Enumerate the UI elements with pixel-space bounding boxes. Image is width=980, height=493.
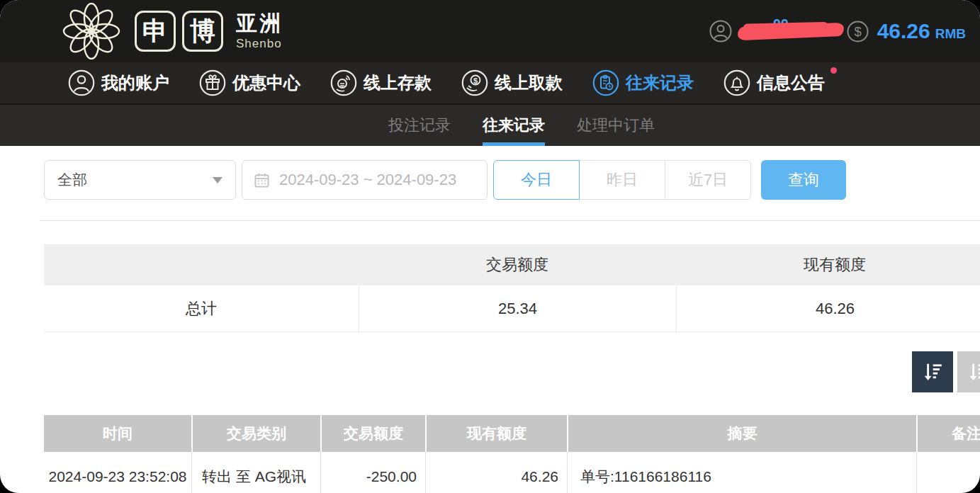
- transaction-record-icon: [592, 69, 619, 96]
- summary-trade-amount-value: 25.34: [359, 285, 676, 332]
- nav-item-label: 线上取款: [495, 72, 563, 94]
- bell-icon: [723, 69, 750, 96]
- quick-range-group: 今日 昨日 近7日: [493, 160, 751, 200]
- nav-item-label: 优惠中心: [232, 72, 300, 94]
- sub-nav: 投注记录 往来记录 处理中订单: [0, 105, 980, 146]
- records-table-header: 时间 交易类别 交易额度 现有额度 摘要 备注: [44, 415, 980, 452]
- brand-subtitle: Shenbo: [236, 38, 283, 50]
- brand-name-boxes: 申 博: [135, 11, 223, 52]
- tab-transaction-records[interactable]: 往来记录: [483, 105, 545, 146]
- records-table: 时间 交易类别 交易额度 现有额度 摘要 备注 2024-09-23 23:52…: [44, 415, 980, 493]
- flower-logo-icon: [61, 3, 122, 60]
- sort-amount-desc-icon: [920, 360, 945, 384]
- summary-table-row: 总计 25.34 46.26: [44, 285, 980, 332]
- nav-item-label: 我的账户: [101, 72, 169, 94]
- quick-range-last7days[interactable]: 近7日: [665, 160, 751, 200]
- app-window: 申 博 亚洲 Shenbo 00 $ 46.26 RMB: [0, 0, 980, 493]
- nav-item-label: 信息公告: [757, 72, 825, 94]
- date-range-input[interactable]: 2024-09-23 ~ 2024-09-23: [242, 160, 488, 200]
- masked-username[interactable]: 00: [736, 16, 847, 46]
- record-note: [916, 452, 980, 493]
- svg-text:$: $: [854, 24, 861, 39]
- chevron-down-icon: [213, 177, 223, 183]
- top-header: 申 博 亚洲 Shenbo 00 $ 46.26 RMB: [0, 0, 980, 62]
- user-circle-icon[interactable]: [709, 20, 732, 42]
- calendar-icon: [254, 172, 270, 188]
- balance-currency: RMB: [935, 21, 966, 42]
- quick-range-yesterday[interactable]: 昨日: [579, 160, 665, 200]
- records-header-time: 时间: [44, 415, 191, 452]
- quick-range-today[interactable]: 今日: [493, 160, 580, 200]
- sort-ascending-button[interactable]: [957, 351, 980, 392]
- record-time: 2024-09-23 23:52:08: [44, 452, 191, 493]
- type-select[interactable]: 全部: [44, 160, 236, 200]
- user-circle-icon: [68, 69, 95, 96]
- notification-dot: [830, 67, 837, 74]
- brand-region: 亚洲 Shenbo: [236, 13, 283, 50]
- dollar-circle-icon[interactable]: $: [847, 21, 869, 42]
- brand-logo[interactable]: 申 博 亚洲 Shenbo: [61, 3, 283, 60]
- summary-total-label: 总计: [44, 285, 359, 332]
- records-header-type: 交易类别: [191, 415, 320, 452]
- withdraw-hand-dollar-icon: $: [461, 69, 488, 96]
- main-nav: 我的账户 优惠中心 线上存款: [0, 62, 980, 105]
- records-header-summary: 摘要: [567, 415, 916, 452]
- type-select-value: 全部: [57, 170, 87, 190]
- deposit-hand-coin-icon: [330, 69, 357, 96]
- record-type: 转出 至 AG视讯: [191, 452, 320, 493]
- tab-betting-records[interactable]: 投注记录: [388, 105, 451, 146]
- nav-item-my-account[interactable]: 我的账户: [68, 69, 169, 96]
- account-area: 00 $ 46.26 RMB: [709, 16, 966, 46]
- summary-header-trade-amount: 交易额度: [359, 244, 676, 285]
- table-row: 2024-09-23 23:52:08 转出 至 AG视讯 -250.00 46…: [44, 452, 980, 493]
- balance-amount: 46.26: [877, 19, 930, 43]
- summary-table: 交易额度 现有额度 总计 25.34 46.26: [44, 244, 980, 332]
- nav-item-label: 往来记录: [626, 72, 694, 94]
- sort-amount-desc-icon: [966, 360, 980, 384]
- summary-balance-value: 46.26: [676, 285, 980, 332]
- records-header-balance: 现有额度: [425, 415, 567, 452]
- summary-table-header: 交易额度 现有额度: [44, 244, 980, 285]
- summary-header-balance: 现有额度: [676, 244, 980, 285]
- brand-region-text: 亚洲: [236, 13, 283, 34]
- gift-icon: [199, 69, 226, 96]
- tab-pending-orders[interactable]: 处理中订单: [577, 105, 655, 146]
- nav-item-promotions[interactable]: 优惠中心: [199, 69, 300, 96]
- svg-text:$: $: [473, 76, 478, 85]
- date-range-value: 2024-09-23 ~ 2024-09-23: [279, 171, 456, 189]
- records-header-amount: 交易额度: [320, 415, 425, 452]
- section-divider: [40, 220, 980, 221]
- redaction-scribble: [737, 23, 844, 40]
- nav-item-announcements[interactable]: 信息公告: [723, 69, 825, 96]
- brand-char-1: 申: [135, 11, 176, 52]
- summary-header-empty: [44, 244, 359, 285]
- brand-char-2: 博: [182, 11, 223, 52]
- filter-row: 全部 2024-09-23 ~ 2024-09-23 今日 昨日 近7日 查询: [44, 160, 980, 200]
- record-balance: 46.26: [425, 452, 567, 493]
- nav-item-transactions[interactable]: 往来记录: [592, 69, 694, 96]
- sort-controls: [0, 351, 980, 392]
- sort-descending-button[interactable]: [912, 351, 953, 392]
- nav-item-withdraw[interactable]: $ 线上取款: [461, 69, 563, 96]
- search-button[interactable]: 查询: [761, 160, 846, 200]
- records-header-note: 备注: [916, 415, 980, 452]
- nav-item-deposit[interactable]: 线上存款: [330, 69, 432, 96]
- nav-item-label: 线上存款: [364, 72, 432, 94]
- record-amount: -250.00: [320, 452, 425, 493]
- record-summary: 单号:116166186116: [567, 452, 916, 493]
